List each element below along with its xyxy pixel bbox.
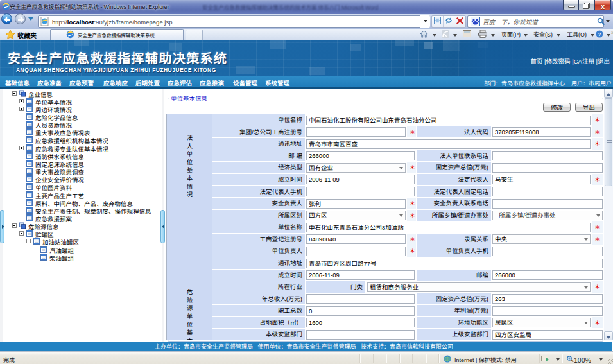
svg-text:?: ? [598,30,601,37]
